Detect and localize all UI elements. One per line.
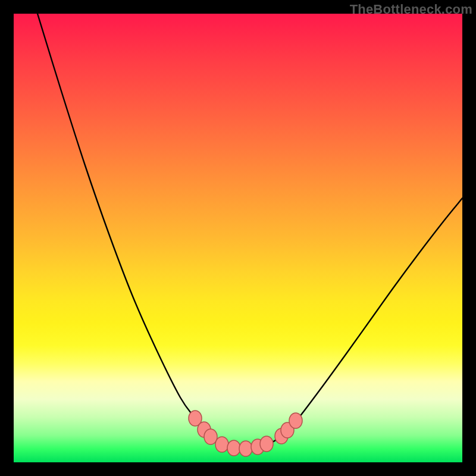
marker-group — [189, 411, 302, 456]
chart-plot-area — [14, 14, 462, 462]
marker-dot — [289, 413, 302, 428]
marker-dot — [260, 436, 273, 452]
chart-frame: TheBottleneck.com — [0, 0, 476, 476]
marker-dot — [227, 440, 240, 456]
chart-svg — [14, 14, 462, 462]
bottleneck-curve — [37, 14, 462, 449]
watermark-text: TheBottleneck.com — [350, 2, 472, 17]
marker-dot — [215, 437, 228, 452]
marker-dot — [239, 441, 252, 456]
